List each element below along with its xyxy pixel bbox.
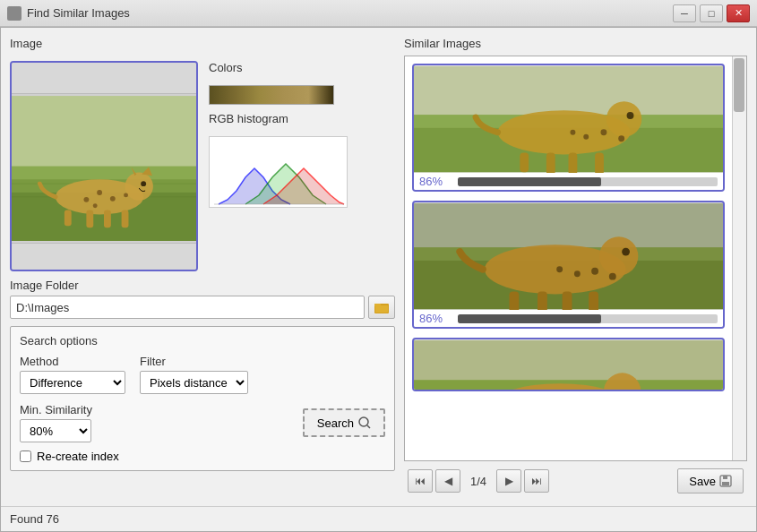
minimize-button[interactable]: ─	[673, 4, 696, 22]
search-options-title: Search options	[20, 334, 385, 348]
nav-buttons: ⏮ ◀ 1/4 ▶ ⏭	[408, 469, 549, 493]
svg-point-31	[606, 101, 641, 136]
similar-images-scroll[interactable]: 86%	[404, 56, 747, 461]
svg-point-13	[124, 193, 128, 197]
similar-images-label: Similar Images	[404, 37, 747, 50]
left-panel: Image	[10, 37, 395, 497]
recreate-label: Re-create index	[37, 450, 119, 463]
similar-list: 86%	[405, 56, 746, 399]
recreate-checkbox[interactable]	[20, 450, 31, 462]
first-page-button[interactable]: ⏮	[408, 469, 433, 493]
svg-rect-62	[723, 476, 727, 479]
cheetah-image	[12, 94, 196, 243]
similarity-bar-fill-2	[458, 314, 601, 323]
svg-point-48	[574, 270, 581, 277]
search-icon	[358, 416, 371, 429]
save-icon	[719, 475, 732, 487]
svg-rect-36	[546, 152, 555, 173]
svg-rect-38	[595, 152, 604, 173]
image-section-label: Image	[10, 37, 395, 50]
next-page-button[interactable]: ▶	[496, 469, 521, 493]
recreate-row: Re-create index	[20, 450, 385, 463]
save-button[interactable]: Save	[677, 468, 744, 493]
similarity-row: Min. Similarity 60% 70% 80% 90% Search	[20, 403, 385, 442]
nav-bar: ⏮ ◀ 1/4 ▶ ⏭ Save	[404, 465, 747, 497]
scrollbar-track[interactable]	[732, 56, 746, 460]
svg-line-26	[367, 425, 370, 428]
folder-section: Image Folder	[10, 279, 395, 319]
colors-label: Colors	[209, 61, 348, 74]
app-icon	[7, 6, 22, 21]
titlebar-controls: ─ □ ✕	[673, 4, 750, 22]
maximize-button[interactable]: □	[700, 4, 723, 22]
browse-button[interactable]	[368, 296, 395, 319]
svg-rect-15	[86, 210, 93, 228]
last-page-button[interactable]: ⏭	[524, 469, 549, 493]
svg-rect-52	[589, 291, 598, 310]
histogram-label: RGB histogram	[209, 112, 348, 125]
colors-section: Colors RGB histogram	[209, 61, 348, 208]
similarity-bar-bg-1	[458, 177, 718, 186]
svg-point-49	[556, 266, 563, 272]
image-top-bar	[12, 63, 196, 94]
similarity-left: Min. Similarity 60% 70% 80% 90%	[20, 403, 92, 442]
svg-point-19	[141, 181, 146, 186]
svg-point-12	[83, 197, 89, 202]
svg-point-45	[599, 236, 638, 275]
folder-label: Image Folder	[10, 279, 395, 292]
image-frame	[10, 61, 198, 271]
list-item[interactable]: 86%	[412, 64, 725, 192]
svg-rect-24	[375, 305, 388, 313]
status-bar: Found 76	[1, 506, 756, 531]
prev-page-button[interactable]: ◀	[435, 469, 460, 493]
window-title: Find Similar Images	[27, 6, 130, 20]
status-text: Found 76	[10, 512, 59, 526]
colors-bar	[209, 85, 334, 105]
similarity-footer-2: 86%	[414, 310, 723, 327]
method-group: Method Difference Intersection Bhattacha…	[20, 355, 125, 394]
close-button[interactable]: ✕	[727, 4, 750, 22]
svg-rect-51	[563, 291, 572, 310]
image-section: Colors RGB histogram	[10, 61, 395, 271]
svg-point-34	[583, 134, 589, 140]
svg-rect-61	[722, 482, 729, 485]
list-item[interactable]	[412, 338, 725, 391]
svg-rect-18	[65, 210, 72, 227]
similarity-percent-2: 86%	[419, 312, 451, 325]
min-similarity-label: Min. Similarity	[20, 403, 92, 416]
options-grid: Method Difference Intersection Bhattacha…	[20, 355, 385, 394]
svg-point-35	[570, 130, 575, 135]
search-btn-label: Search	[317, 416, 354, 430]
svg-rect-37	[569, 152, 578, 173]
save-btn-label: Save	[689, 475, 716, 488]
folder-icon	[374, 301, 389, 313]
svg-point-47	[609, 273, 616, 280]
titlebar-left: Find Similar Images	[7, 6, 130, 21]
image-bottom-bar	[12, 243, 196, 270]
svg-point-11	[110, 196, 116, 202]
svg-rect-39	[520, 152, 529, 172]
page-label: 1/4	[463, 475, 494, 488]
search-options-box: Search options Method Difference Interse…	[10, 326, 395, 471]
min-similarity-select[interactable]: 60% 70% 80% 90%	[20, 419, 91, 442]
scrollbar-thumb[interactable]	[734, 58, 744, 112]
svg-rect-53	[509, 291, 519, 310]
folder-input[interactable]	[10, 296, 365, 319]
similar-image-2	[414, 202, 723, 310]
method-label: Method	[20, 355, 125, 368]
titlebar: Find Similar Images ─ □ ✕	[0, 0, 757, 27]
svg-point-32	[600, 129, 606, 135]
similar-image-1	[414, 65, 723, 173]
right-panel: Similar Images	[404, 37, 747, 497]
similarity-footer-1: 86%	[414, 173, 723, 190]
svg-point-54	[622, 248, 630, 256]
svg-point-25	[359, 417, 368, 426]
svg-point-14	[93, 203, 98, 208]
filter-select[interactable]: Pixels distance Color distance None	[140, 371, 248, 394]
main-window: Image	[0, 27, 757, 532]
search-button[interactable]: Search	[303, 408, 385, 437]
similarity-bar-fill-1	[458, 177, 601, 186]
list-item[interactable]: 86%	[412, 201, 725, 329]
svg-point-33	[618, 135, 624, 142]
method-select[interactable]: Difference Intersection Bhattacharyya	[20, 371, 125, 394]
